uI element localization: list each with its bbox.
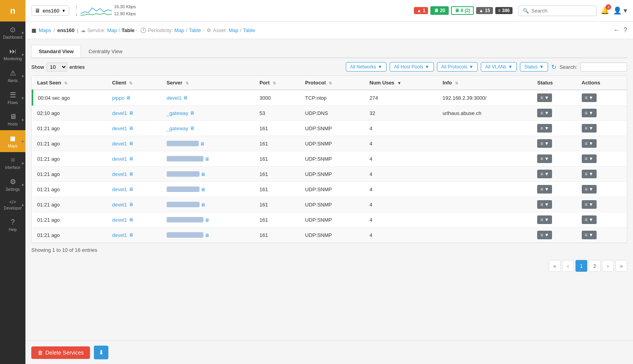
sidebar-item-settings[interactable]: ⚙ Settings ▶	[0, 174, 25, 195]
status-button[interactable]: ≡ ▼	[537, 170, 552, 178]
sep: /	[240, 27, 241, 33]
actions-cell: ≡ ▼	[577, 121, 627, 136]
service-map-link[interactable]: Map	[107, 27, 117, 33]
filter-host-pools[interactable]: All Host Pools ▼	[390, 62, 434, 72]
actions-button[interactable]: ≡ ▼	[582, 93, 597, 102]
sidebar-item-flows[interactable]: ☰ Flows ▶	[0, 87, 25, 109]
prev-page-btn[interactable]: ‹	[562, 260, 574, 272]
monitor-icon: 🖥	[129, 110, 133, 116]
client-cell: devel1 🖥	[107, 182, 162, 197]
download-button[interactable]: ⬇	[94, 346, 108, 359]
back-button[interactable]: ←	[613, 27, 620, 34]
client-link[interactable]: devel1 🖥	[112, 126, 133, 131]
server-link[interactable]: _gateway 🖥	[167, 110, 195, 116]
status-cell: ≡ ▼	[532, 90, 577, 106]
sidebar-item-developer[interactable]: </> Developer ▶	[0, 195, 25, 214]
actions-button[interactable]: ≡ ▼	[582, 154, 597, 163]
status-button[interactable]: ≡ ▼	[537, 93, 552, 102]
sidebar-item-interface[interactable]: ⌗ Interface ▶	[0, 152, 25, 174]
table-row: 01:21 ago	[32, 228, 107, 243]
entries-select[interactable]: 10 25 50 100	[47, 63, 67, 72]
status-button[interactable]: ≡ ▼	[537, 139, 552, 148]
first-page-btn[interactable]: «	[549, 260, 561, 272]
status-button[interactable]: ≡ ▼	[537, 231, 552, 239]
asset-table-link[interactable]: Table	[243, 27, 255, 33]
periodicity-table-link[interactable]: Table	[189, 27, 201, 33]
periodicity-map-link[interactable]: Map	[174, 27, 184, 33]
server-link[interactable]: _gateway 🖥	[167, 126, 195, 131]
status-button[interactable]: ≡ ▼	[537, 124, 552, 133]
actions-button[interactable]: ≡ ▼	[582, 170, 597, 178]
sidebar-item-hosts[interactable]: 🖥 Hosts ▶	[0, 109, 25, 130]
actions-button[interactable]: ≡ ▼	[582, 139, 597, 148]
col-port[interactable]: Port ⇅	[255, 76, 300, 90]
page-1-btn[interactable]: 1	[575, 260, 587, 272]
filter-status[interactable]: Status ▼	[520, 62, 548, 72]
delete-label: Delete Services	[45, 350, 84, 356]
client-link[interactable]: devel1 🖥	[112, 232, 133, 238]
sidebar-item-help[interactable]: ? Help	[0, 214, 25, 236]
col-actions[interactable]: Actions	[577, 76, 627, 90]
actions-button[interactable]: ≡ ▼	[582, 215, 597, 224]
notification-bell[interactable]: 🔔 3	[601, 6, 609, 15]
client-link[interactable]: devel1 🖥	[112, 171, 133, 177]
search-box[interactable]: 🔍	[518, 5, 597, 16]
client-link[interactable]: devel1 🖥	[112, 217, 133, 223]
client-link[interactable]: devel1 🖥	[112, 110, 133, 116]
filter-vlans[interactable]: All VLANs ▼	[481, 62, 517, 72]
asset-map-link[interactable]: Map	[228, 27, 238, 33]
actions-button[interactable]: ≡ ▼	[582, 231, 597, 239]
help-button[interactable]: ?	[624, 27, 627, 34]
col-last-seen[interactable]: Last Seen ⇅	[32, 76, 107, 90]
status-button[interactable]: ≡ ▼	[537, 200, 552, 209]
status-button[interactable]: ≡ ▼	[537, 185, 552, 194]
table-row: 01:21 ago	[32, 136, 107, 151]
status-button[interactable]: ≡ ▼	[537, 109, 552, 117]
tab-centrality-view[interactable]: Centrality View	[81, 45, 129, 57]
refresh-button[interactable]: ↻	[551, 63, 556, 71]
status-cell: ≡ ▼	[532, 151, 577, 167]
client-link[interactable]: devel1 🖥	[112, 186, 133, 192]
breadcrumb-maps-link[interactable]: Maps	[39, 27, 51, 33]
filter-networks[interactable]: All Networks ▼	[346, 62, 387, 72]
actions-button[interactable]: ≡ ▼	[582, 124, 597, 133]
col-status[interactable]: Status	[532, 76, 577, 90]
service-table-link[interactable]: Table	[122, 27, 135, 33]
search-input[interactable]	[531, 8, 592, 14]
actions-button[interactable]: ≡ ▼	[582, 109, 597, 117]
tab-standard-view[interactable]: Standard View	[31, 45, 81, 57]
actions-button[interactable]: ≡ ▼	[582, 185, 597, 194]
col-protocol[interactable]: Protocol ⇅	[300, 76, 365, 90]
server-link[interactable]: devel1 🖥	[167, 95, 188, 101]
next-page-btn[interactable]: ›	[602, 260, 614, 272]
sidebar-item-monitoring[interactable]: ⏭ Monitoring ▶	[0, 43, 25, 65]
interface-name: ens160	[43, 8, 59, 14]
client-link[interactable]: devel1 🖥	[112, 141, 133, 147]
client-cell: devel1 🖥	[107, 106, 162, 121]
sidebar-item-alerts[interactable]: ⚠ Alerts ▶	[0, 65, 25, 87]
flows15-badge: ▲ 15	[476, 7, 493, 14]
num-uses-cell: 4	[365, 151, 438, 167]
actions-button[interactable]: ≡ ▼	[582, 200, 597, 209]
sidebar-item-maps[interactable]: ◼ Maps ▶	[0, 130, 25, 152]
col-server[interactable]: Server ⇅	[162, 76, 255, 90]
client-link[interactable]: devel1 🖥	[112, 202, 133, 208]
topbar-right: 🔍 🔔 3 👤 ▾	[518, 5, 627, 16]
chevron-right-icon: ▶	[22, 203, 24, 207]
sidebar-item-dashboard[interactable]: ⊙ Dashboard ▶	[0, 22, 25, 43]
delete-services-button[interactable]: 🗑 Delete Services	[31, 346, 90, 359]
status-button[interactable]: ≡ ▼	[537, 215, 552, 224]
interface-selector[interactable]: 🖥 ens160 ▼	[31, 5, 69, 16]
page-2-btn[interactable]: 2	[589, 260, 601, 272]
table-search-input[interactable]	[580, 63, 627, 72]
last-page-btn[interactable]: »	[615, 260, 627, 272]
client-link[interactable]: devel1 🖥	[112, 156, 133, 162]
monitor-icon: 🖥	[201, 202, 205, 208]
col-client[interactable]: Client ⇅	[107, 76, 162, 90]
user-menu[interactable]: 👤 ▾	[613, 6, 627, 15]
col-num-uses[interactable]: Num Uses ▼	[365, 76, 438, 90]
col-info[interactable]: Info ⇅	[438, 76, 532, 90]
client-link[interactable]: pippo 🖥	[112, 95, 131, 101]
status-button[interactable]: ≡ ▼	[537, 154, 552, 163]
filter-protocols[interactable]: All Protocols ▼	[437, 62, 478, 72]
